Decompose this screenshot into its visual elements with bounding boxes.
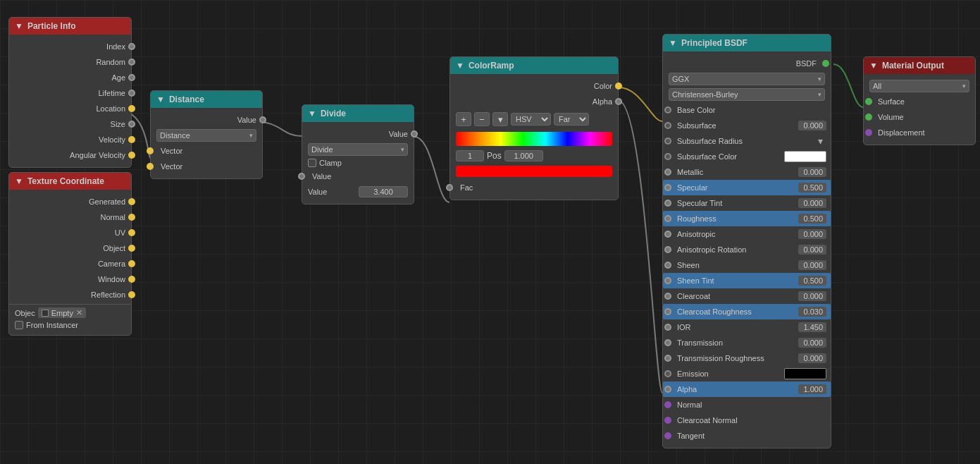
material-output-socket-displacement[interactable] [865, 129, 872, 136]
socket-row-uv: UV [9, 225, 131, 240]
material-output-title: Material Output [882, 61, 944, 71]
bsdf-value-roughness[interactable]: 0.500 [798, 214, 826, 224]
bsdf-socket-sheen[interactable] [664, 262, 671, 269]
object-field[interactable]: Empty ✕ [38, 307, 86, 318]
divide-collapse-icon[interactable]: ▼ [308, 109, 316, 118]
socket-age[interactable] [128, 74, 135, 81]
bsdf-socket-subsurface-radius[interactable] [664, 138, 671, 145]
colorramp-index-input[interactable] [456, 150, 484, 161]
bsdf-value-transmission-roughness[interactable]: 0.000 [798, 353, 826, 363]
bsdf-socket-anisotropic[interactable] [664, 231, 671, 238]
socket-lifetime[interactable] [128, 90, 135, 97]
bsdf-socket-specular[interactable] [664, 184, 671, 191]
clamp-checkbox[interactable] [308, 159, 316, 167]
bsdf-value-alpha[interactable]: 1.000 [798, 384, 826, 394]
bsdf-value-subsurface[interactable]: 0.000 [798, 121, 826, 130]
bsdf-socket-normal[interactable] [664, 401, 671, 408]
bsdf-output-socket[interactable] [822, 60, 829, 67]
bsdf-value-ior[interactable]: 1.450 [798, 322, 826, 332]
colorramp-socket-color[interactable] [615, 83, 622, 90]
bsdf-label-roughness: Roughness [677, 214, 798, 223]
colorramp-pos-input[interactable] [504, 150, 543, 161]
bsdf-value-transmission[interactable]: 0.000 [798, 338, 826, 348]
colorramp-socket-alpha[interactable] [615, 98, 622, 105]
bsdf-value-anisotropic[interactable]: 0.000 [798, 229, 826, 239]
bsdf-socket-anisotropic-rotation[interactable] [664, 246, 671, 253]
divide-dropdown[interactable]: Divide [308, 143, 408, 156]
bsdf-socket-roughness[interactable] [664, 215, 671, 222]
distance-socket-vector2[interactable] [147, 163, 154, 170]
colorramp-collapse-icon[interactable]: ▼ [456, 61, 464, 71]
divide-socket-value[interactable] [298, 173, 305, 180]
bsdf-value-clearcoat-roughness[interactable]: 0.030 [798, 307, 826, 317]
colorramp-mode-select[interactable]: Far Near [554, 113, 589, 126]
bsdf-socket-subsurface[interactable] [664, 122, 671, 129]
material-output-socket-volume[interactable] [865, 114, 872, 121]
bsdf-value-metallic[interactable]: 0.000 [798, 167, 826, 177]
bsdf-socket-clearcoat-roughness[interactable] [664, 308, 671, 315]
socket-angular-velocity[interactable] [128, 152, 135, 159]
bsdf-socket-ior[interactable] [664, 324, 671, 331]
socket-location[interactable] [128, 105, 135, 112]
colorramp-add-btn[interactable]: + [456, 112, 471, 126]
distance-collapse-icon[interactable]: ▼ [156, 94, 165, 104]
material-output-collapse-icon[interactable]: ▼ [869, 61, 878, 71]
collapse-icon[interactable]: ▼ [15, 21, 23, 31]
distance-output-socket[interactable] [259, 116, 266, 123]
bsdf-socket-transmission[interactable] [664, 339, 671, 346]
bsdf-socket-sheen-tint[interactable] [664, 277, 671, 284]
distance-socket-vector1[interactable] [147, 147, 154, 154]
socket-uv[interactable] [128, 229, 135, 236]
socket-normal-tc[interactable] [128, 214, 135, 221]
bsdf-value-specular-tint[interactable]: 0.000 [798, 198, 826, 208]
bsdf-label-clearcoat-normal: Clearcoat Normal [677, 416, 826, 425]
colorramp-gradient-bar[interactable] [456, 132, 612, 146]
bsdf-value-specular[interactable]: 0.500 [798, 183, 826, 193]
colorramp-remove-btn[interactable]: − [474, 112, 490, 126]
bsdf-socket-alpha[interactable] [664, 386, 671, 393]
bsdf-socket-transmission-roughness[interactable] [664, 355, 671, 362]
material-output-dropdown[interactable]: All Camera Shadow [869, 80, 969, 92]
bsdf-socket-base-color[interactable] [664, 106, 671, 114]
socket-generated[interactable] [128, 198, 135, 205]
emission-swatch[interactable] [784, 368, 826, 379]
from-instancer-checkbox[interactable] [15, 321, 23, 329]
socket-camera[interactable] [128, 260, 135, 267]
bsdf-socket-metallic[interactable] [664, 169, 671, 176]
bsdf-socket-specular-tint[interactable] [664, 200, 671, 207]
socket-random[interactable] [128, 59, 135, 66]
particle-info-body: Index Random Age Lifetime Location Size … [9, 35, 131, 167]
bsdf-socket-tangent[interactable] [664, 432, 671, 439]
colorramp-socket-fac[interactable] [446, 184, 453, 191]
divide-output-socket[interactable] [411, 130, 418, 138]
tc-collapse-icon[interactable]: ▼ [15, 176, 23, 186]
socket-row-reflection: Reflection [9, 287, 131, 303]
bsdf-socket-clearcoat-normal[interactable] [664, 417, 671, 424]
principled-collapse-icon[interactable]: ▼ [669, 38, 677, 48]
bsdf-value-anisotropic-rotation[interactable]: 0.000 [798, 245, 826, 255]
colorramp-color-bar[interactable] [456, 166, 612, 177]
material-output-socket-surface[interactable] [865, 98, 872, 105]
socket-label-camera: Camera [98, 260, 125, 268]
bsdf-socket-emission[interactable] [664, 370, 671, 377]
colorramp-interp-select[interactable]: HSV Linear Ease [511, 113, 551, 126]
socket-object[interactable] [128, 245, 135, 252]
bsdf-socket-clearcoat[interactable] [664, 293, 671, 300]
socket-velocity[interactable] [128, 136, 135, 143]
socket-size[interactable] [128, 121, 135, 128]
ggx-dropdown[interactable]: GGX Multi-GGX [669, 73, 825, 85]
distance-dropdown[interactable]: Distance [156, 129, 256, 142]
bsdf-value-sheen[interactable]: 0.000 [798, 260, 826, 270]
clamp-label: Clamp [319, 159, 342, 167]
colorramp-menu-btn[interactable]: ▾ [492, 112, 508, 126]
bsdf-socket-subsurface-color[interactable] [664, 153, 671, 160]
socket-index[interactable] [128, 43, 135, 50]
bsdf-value-sheen-tint[interactable]: 0.500 [798, 276, 826, 286]
object-close-icon[interactable]: ✕ [76, 308, 82, 317]
socket-reflection[interactable] [128, 291, 135, 298]
subsurface-color-swatch[interactable] [784, 151, 826, 162]
bsdf-value-clearcoat[interactable]: 0.000 [798, 291, 826, 301]
divide-value-input[interactable] [359, 186, 408, 197]
christensen-dropdown[interactable]: Christensen-Burley Random Walk [669, 88, 825, 101]
socket-window[interactable] [128, 276, 135, 283]
